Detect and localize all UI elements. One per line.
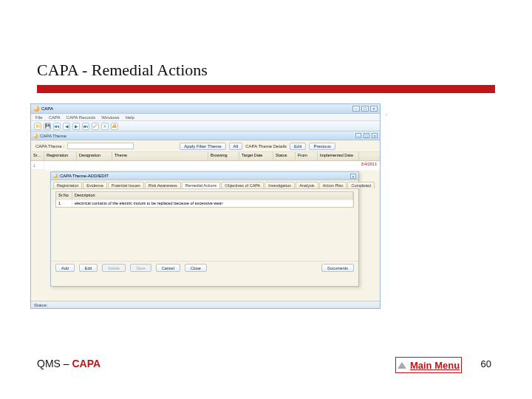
tab-registration[interactable]: Registration bbox=[53, 182, 82, 188]
tab-actionplan[interactable]: Action Plan bbox=[319, 182, 347, 188]
details-label: CAPA Theme Details bbox=[245, 144, 287, 149]
theme-input[interactable] bbox=[67, 143, 134, 149]
footer-breadcrumb: QMS – CAPA bbox=[37, 358, 100, 369]
description-grid: Sr.No Description 1 electrical contacts … bbox=[55, 191, 354, 208]
child-title: CAPA Theme bbox=[40, 134, 66, 138]
arrow-first-icon[interactable]: ⏮ bbox=[53, 123, 61, 130]
title-underline bbox=[37, 85, 495, 93]
folder-icon[interactable]: 📁 bbox=[34, 123, 41, 130]
dialog-titlebar: CAPA Theme-ADD/EDIT × bbox=[51, 172, 358, 180]
tab-investigation[interactable]: Investigation bbox=[265, 182, 295, 188]
apply-filter-button[interactable]: Apply Filter Theme bbox=[180, 143, 225, 150]
status-label: Status: bbox=[34, 303, 48, 307]
close-button[interactable]: × bbox=[370, 106, 378, 112]
arrow-last-icon[interactable]: ⏭ bbox=[82, 123, 89, 130]
dialog-button-row: Add Edit Delete Save Cancel Close Docume… bbox=[51, 261, 358, 274]
page-number: 60 bbox=[481, 358, 491, 369]
arrow-prev-icon[interactable]: ◀ bbox=[63, 123, 70, 130]
grid-impl-date: 3/4/2011 bbox=[361, 162, 377, 166]
toolbar: 📁 💾 ⏮ ◀ ▶ ⏭ 🖉 X 🖶 bbox=[31, 121, 380, 132]
close-dialog-button[interactable]: Close bbox=[185, 264, 207, 272]
annotation-dot: . bbox=[386, 111, 387, 116]
col-designation[interactable]: Designation bbox=[77, 152, 112, 160]
col-desc-description[interactable]: Description bbox=[72, 192, 353, 200]
edit-desc-button[interactable]: Edit bbox=[79, 264, 98, 272]
child-titlebar: CAPA Theme – □ × bbox=[31, 132, 380, 140]
excel-icon[interactable]: X bbox=[101, 123, 109, 130]
slide: CAPA - Remedial Actions . CAPA – □ × Fil… bbox=[0, 0, 532, 399]
app-title: CAPA bbox=[41, 106, 53, 111]
status-bar: Status: bbox=[31, 301, 380, 308]
dialog-title: CAPA Theme-ADD/EDIT bbox=[60, 174, 109, 178]
edit-icon[interactable]: 🖉 bbox=[92, 123, 99, 130]
menu-windows[interactable]: Windows bbox=[101, 115, 119, 120]
dialog-tabs: Registration Evidence Potential Issues R… bbox=[51, 180, 358, 189]
col-targetdate[interactable]: Target Date bbox=[239, 152, 273, 160]
app-titlebar: CAPA – □ × bbox=[31, 104, 380, 114]
col-theme[interactable]: Theme bbox=[112, 152, 208, 160]
dialog-body: Sr.No Description 1 electrical contacts … bbox=[51, 191, 358, 261]
app-window: CAPA – □ × File CAPA CAPA Records Window… bbox=[30, 103, 381, 309]
col-from[interactable]: From bbox=[296, 152, 318, 160]
menu-capa[interactable]: CAPA bbox=[49, 115, 61, 120]
child-maximize-button[interactable]: □ bbox=[364, 133, 369, 138]
print-icon[interactable]: 🖶 bbox=[111, 123, 118, 130]
maximize-button[interactable]: □ bbox=[361, 106, 369, 112]
menu-file[interactable]: File bbox=[35, 115, 43, 120]
dialog-close-button[interactable]: × bbox=[350, 174, 356, 179]
cancel-button[interactable]: Cancel bbox=[156, 264, 180, 272]
col-status[interactable]: Status bbox=[273, 152, 296, 160]
footer-module: CAPA bbox=[72, 358, 100, 369]
footer-prefix: QMS – bbox=[37, 358, 72, 369]
theme-label: CAPA Theme : bbox=[35, 144, 64, 149]
home-up-icon bbox=[398, 362, 406, 369]
child-minimize-button[interactable]: – bbox=[355, 133, 361, 138]
previous-button[interactable]: Previous bbox=[309, 143, 335, 150]
col-desc-srno[interactable]: Sr.No bbox=[56, 192, 72, 200]
col-browsing[interactable]: Browsing bbox=[208, 152, 239, 160]
grid-row-num[interactable]: 1 bbox=[31, 161, 44, 170]
edit-button[interactable]: Edit bbox=[290, 143, 306, 150]
add-button[interactable]: Add bbox=[55, 264, 75, 272]
all-button[interactable]: All bbox=[229, 143, 243, 150]
menu-caparecords[interactable]: CAPA Records bbox=[66, 115, 96, 120]
main-pane: CAPA Theme : Apply Filter Theme All CAPA… bbox=[31, 140, 380, 301]
main-menu-button[interactable]: Main Menu bbox=[395, 357, 462, 373]
edit-dialog: CAPA Theme-ADD/EDIT × Registration Evide… bbox=[50, 171, 359, 287]
tab-remedialactions[interactable]: Remedial Actions bbox=[182, 182, 221, 188]
main-menu-label: Main Menu bbox=[410, 360, 460, 371]
dialog-icon bbox=[53, 174, 58, 178]
grid-header: Sr.No Registration Designation Theme Bro… bbox=[31, 152, 380, 161]
tab-analysis[interactable]: Analysis bbox=[296, 182, 318, 188]
child-close-button[interactable]: × bbox=[372, 133, 378, 138]
app-icon bbox=[33, 106, 39, 112]
save-icon[interactable]: 💾 bbox=[44, 123, 51, 130]
menu-help[interactable]: Help bbox=[126, 115, 134, 120]
description-row[interactable]: 1 electrical contacts of the electric mo… bbox=[56, 200, 353, 207]
desc-row-sr: 1 bbox=[56, 200, 72, 207]
col-impldate[interactable]: Implemented Date bbox=[318, 152, 359, 160]
col-srno[interactable]: Sr.No bbox=[31, 152, 44, 160]
tab-riskawareness[interactable]: Risk Awareness bbox=[145, 182, 181, 188]
documents-button[interactable]: Documents bbox=[321, 264, 354, 272]
arrow-next-icon[interactable]: ▶ bbox=[72, 123, 80, 130]
desc-row-text: electrical contacts of the electric moto… bbox=[72, 200, 353, 207]
col-registration[interactable]: Registration bbox=[44, 152, 77, 160]
tab-completed[interactable]: Completed bbox=[347, 182, 375, 188]
grid-body: 1 3/4/2011 bbox=[31, 161, 380, 170]
tab-potentialissues[interactable]: Potential Issues bbox=[108, 182, 144, 188]
delete-button[interactable]: Delete bbox=[102, 264, 126, 272]
child-icon bbox=[33, 134, 38, 138]
tab-objectives[interactable]: Objectives of CAPA bbox=[221, 182, 264, 188]
menu-bar: File CAPA CAPA Records Windows Help bbox=[31, 114, 380, 121]
filter-row: CAPA Theme : Apply Filter Theme All CAPA… bbox=[31, 140, 380, 152]
tab-evidence[interactable]: Evidence bbox=[83, 182, 107, 188]
slide-title: CAPA - Remedial Actions bbox=[37, 61, 208, 80]
minimize-button[interactable]: – bbox=[352, 106, 360, 112]
save-button[interactable]: Save bbox=[130, 264, 151, 272]
